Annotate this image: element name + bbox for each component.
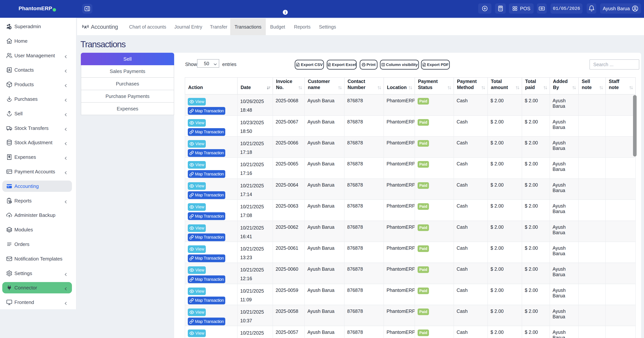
svg-text:CSV: CSV [296,65,298,66]
svg-text:PDF: PDF [423,65,424,66]
